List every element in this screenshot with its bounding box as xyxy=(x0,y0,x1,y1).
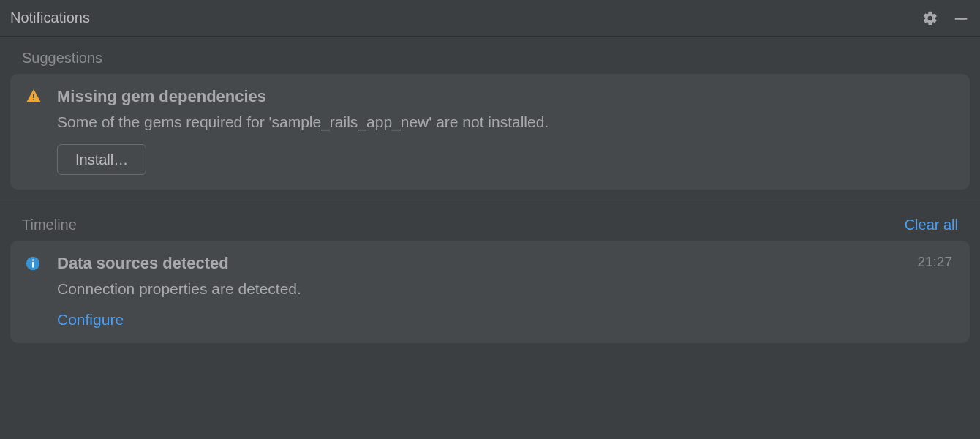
panel-header: Notifications xyxy=(0,0,980,37)
suggestions-section-header: Suggestions xyxy=(0,37,980,74)
svg-rect-1 xyxy=(33,94,34,98)
minimize-icon[interactable] xyxy=(952,10,970,27)
timeline-label: Timeline xyxy=(22,217,77,233)
timeline-section-header: Timeline Clear all xyxy=(0,203,980,241)
suggestion-body: Some of the gems required for 'sample_ra… xyxy=(57,113,955,131)
svg-rect-2 xyxy=(33,99,34,100)
notifications-panel: Notifications Suggestions xyxy=(0,0,980,439)
svg-rect-5 xyxy=(32,260,34,261)
clear-all-link[interactable]: Clear all xyxy=(905,217,958,233)
svg-rect-4 xyxy=(32,262,34,267)
suggestion-title: Missing gem dependencies xyxy=(57,87,955,106)
timeline-card-title: Data sources detected xyxy=(57,254,955,273)
warning-icon xyxy=(25,87,45,108)
svg-rect-0 xyxy=(955,18,968,20)
gear-icon[interactable] xyxy=(921,10,939,27)
suggestion-card: Missing gem dependencies Some of the gem… xyxy=(10,74,970,190)
timeline-timestamp: 21:27 xyxy=(917,254,952,270)
info-icon xyxy=(25,254,45,274)
header-actions xyxy=(921,10,970,27)
timeline-card-body: Connection properties are detected. xyxy=(57,280,955,298)
install-button[interactable]: Install… xyxy=(57,144,146,175)
panel-title: Notifications xyxy=(10,10,90,26)
suggestions-label: Suggestions xyxy=(22,50,102,67)
configure-link[interactable]: Configure xyxy=(57,311,124,329)
timeline-card: 21:27 Data sources detected Connection p… xyxy=(10,241,970,343)
